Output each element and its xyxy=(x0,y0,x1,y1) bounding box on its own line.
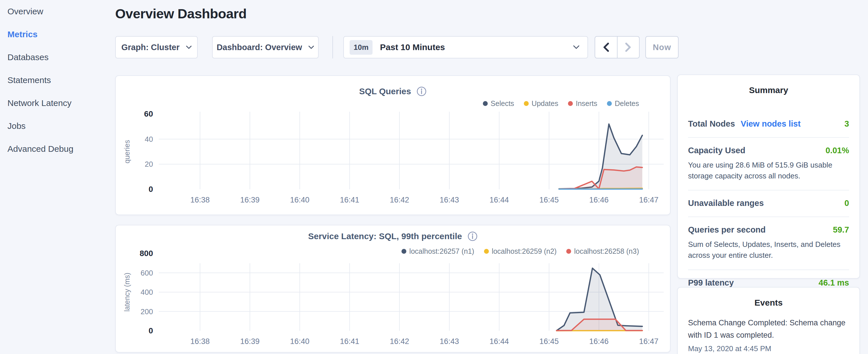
svg-text:0: 0 xyxy=(149,185,153,194)
svg-text:16:43: 16:43 xyxy=(440,337,459,346)
queries-per-second-description: Sum of Selects, Updates, Inserts, and De… xyxy=(688,239,849,261)
sidebar-item-statements[interactable]: Statements xyxy=(0,69,115,92)
svg-text:latency (ms): latency (ms) xyxy=(123,273,131,312)
sidebar-item-network-latency[interactable]: Network Latency xyxy=(0,92,115,115)
svg-text:queries: queries xyxy=(123,140,131,164)
page-title: Overview Dashboard xyxy=(115,6,247,22)
sidebar: Overview Metrics Databases Statements Ne… xyxy=(0,0,115,354)
svg-text:60: 60 xyxy=(144,109,153,118)
svg-text:20: 20 xyxy=(145,160,153,168)
summary-panel: Summary Total Nodes View nodes list 3 Ca… xyxy=(677,74,860,279)
sidebar-item-jobs[interactable]: Jobs xyxy=(0,115,115,137)
p99-latency-value: 46.1 ms xyxy=(819,278,849,288)
time-range-badge: 10m xyxy=(350,40,373,55)
svg-text:16:38: 16:38 xyxy=(190,337,210,346)
capacity-used-description: You are using 28.6 MiB of 515.9 GiB usab… xyxy=(688,160,849,181)
svg-text:16:41: 16:41 xyxy=(340,337,359,346)
time-step-buttons xyxy=(595,36,640,58)
chevron-down-icon xyxy=(186,45,192,49)
svg-text:16:40: 16:40 xyxy=(290,196,309,204)
summary-list: Total Nodes View nodes list 3 Capacity U… xyxy=(688,111,849,296)
svg-text:16:40: 16:40 xyxy=(290,337,309,346)
svg-text:16:41: 16:41 xyxy=(340,196,359,204)
svg-text:16:42: 16:42 xyxy=(390,337,409,346)
svg-text:800: 800 xyxy=(140,249,153,258)
svg-text:16:39: 16:39 xyxy=(240,196,260,204)
svg-text:16:45: 16:45 xyxy=(539,337,559,346)
sql-queries-chart-card: SQL Queries Selects Updates Inserts xyxy=(115,75,671,215)
summary-item-capacity-used: Capacity Used 0.01% You are using 28.6 M… xyxy=(688,137,849,190)
event-entry: Schema Change Completed: Schema change w… xyxy=(688,317,849,353)
svg-text:16:47: 16:47 xyxy=(639,337,658,346)
svg-text:200: 200 xyxy=(141,307,153,316)
svg-text:600: 600 xyxy=(141,269,153,277)
svg-text:16:47: 16:47 xyxy=(639,196,658,204)
graph-dropdown-label: Graph: Cluster xyxy=(121,43,179,52)
summary-item-total-nodes: Total Nodes View nodes list 3 xyxy=(688,111,849,137)
summary-heading: Summary xyxy=(688,85,849,95)
chevron-right-icon xyxy=(625,42,631,52)
sidebar-item-advanced-debug[interactable]: Advanced Debug xyxy=(0,137,115,160)
dashboard-dropdown[interactable]: Dashboard: Overview xyxy=(212,36,319,58)
total-nodes-value: 3 xyxy=(844,119,849,129)
sidebar-item-databases[interactable]: Databases xyxy=(0,46,115,69)
sql-queries-chart-canvas[interactable]: 16:3816:3916:4016:4116:4216:4316:4416:45… xyxy=(116,76,671,216)
time-range-selector[interactable]: 10m Past 10 Minutes xyxy=(343,36,588,58)
events-panel: Events Schema Change Completed: Schema c… xyxy=(677,287,860,354)
svg-text:16:39: 16:39 xyxy=(240,337,260,346)
svg-text:16:43: 16:43 xyxy=(440,196,459,204)
svg-text:400: 400 xyxy=(141,288,153,296)
summary-item-queries-per-second: Queries per second 59.7 Sum of Selects, … xyxy=(688,217,849,269)
sidebar-item-metrics[interactable]: Metrics xyxy=(0,23,115,46)
chevron-down-icon xyxy=(308,45,314,49)
svg-text:16:46: 16:46 xyxy=(589,337,609,346)
svg-text:16:44: 16:44 xyxy=(490,196,509,204)
event-timestamp: May 13, 2020 at 4:45 PM xyxy=(688,344,849,353)
dashboard-dropdown-label: Dashboard: Overview xyxy=(217,43,302,52)
svg-text:0: 0 xyxy=(149,326,153,335)
chevron-down-icon xyxy=(573,45,580,49)
sidebar-item-overview[interactable]: Overview xyxy=(0,0,115,23)
unavailable-ranges-value: 0 xyxy=(844,198,849,208)
svg-text:16:38: 16:38 xyxy=(190,196,210,204)
metrics-page: Overview Metrics Databases Statements Ne… xyxy=(0,0,868,354)
graph-dropdown[interactable]: Graph: Cluster xyxy=(115,36,198,58)
summary-item-unavailable-ranges: Unavailable ranges 0 xyxy=(688,190,849,217)
now-button[interactable]: Now xyxy=(645,36,679,58)
events-heading: Events xyxy=(688,298,849,308)
toolbar-divider xyxy=(333,36,333,58)
queries-per-second-value: 59.7 xyxy=(833,225,849,234)
svg-text:16:42: 16:42 xyxy=(390,196,409,204)
service-latency-chart-canvas[interactable]: 16:3816:3916:4016:4116:4216:4316:4416:45… xyxy=(116,225,671,353)
svg-text:40: 40 xyxy=(145,135,153,143)
event-text: Schema Change Completed: Schema change w… xyxy=(688,317,849,342)
svg-text:16:44: 16:44 xyxy=(490,337,509,346)
svg-text:16:45: 16:45 xyxy=(539,196,559,204)
service-latency-chart-card: Service Latency: SQL, 99th percentile lo… xyxy=(115,225,671,353)
time-range-label: Past 10 Minutes xyxy=(380,42,573,52)
svg-text:16:46: 16:46 xyxy=(589,196,609,204)
view-nodes-list-link[interactable]: View nodes list xyxy=(741,119,801,129)
capacity-used-value: 0.01% xyxy=(826,146,849,155)
time-step-back-button[interactable] xyxy=(595,37,617,58)
time-step-forward-button[interactable] xyxy=(617,37,639,58)
chevron-left-icon xyxy=(602,42,610,52)
